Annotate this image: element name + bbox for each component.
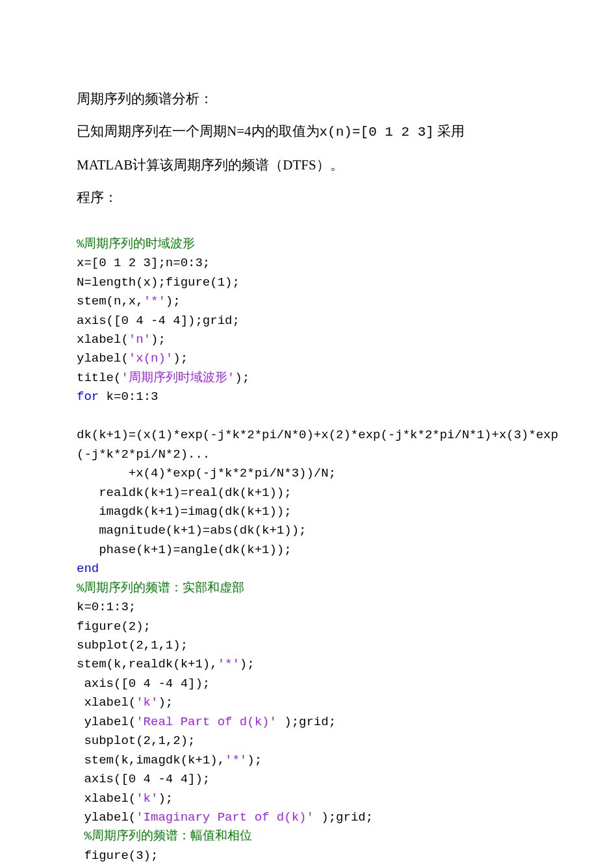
program-label: 程序： (77, 183, 537, 212)
code-line: (-j*k*2*pi/N*2)... (77, 447, 210, 462)
code-line: x=[0 1 2 3];n=0:3; (77, 256, 210, 270)
code-line: xlabel('k'); (77, 695, 173, 710)
code-line: magnitude(k+1)=abs(dk(k+1)); (77, 523, 306, 538)
code-line: figure(3); (77, 849, 158, 863)
code-line: title('周期序列时域波形'); (77, 371, 249, 385)
code-line: k=0:1:3; (77, 600, 136, 614)
code-line: imagdk(k+1)=imag(dk(k+1)); (77, 504, 292, 519)
document-page: 周期序列的频谱分析： 已知周期序列在一个周期N=4内的取值为x(n)=[0 1 … (0, 0, 614, 868)
code-line: ylabel('Real Part of d(k)' );grid; (77, 715, 336, 729)
code-line: phase(k+1)=angle(dk(k+1)); (77, 543, 292, 557)
code-keyword-end: end (77, 562, 99, 576)
problem-line-2: MATLAB计算该周期序列的频谱（DTFS）。 (77, 151, 537, 179)
code-line: xlabel('k'); (77, 791, 173, 806)
code-line: dk(k+1)=(x(1)*exp(-j*k*2*pi/N*0)+x(2)*ex… (77, 428, 558, 442)
code-line: axis([0 4 -4 4]); (77, 772, 210, 786)
code-comment: %周期序列的频谱：实部和虚部 (77, 581, 244, 595)
code-line: N=length(x);figure(1); (77, 275, 240, 290)
code-line: axis([0 4 -4 4]); (77, 676, 210, 691)
code-line: for k=0:1:3 (77, 390, 158, 404)
problem-line-1: 已知周期序列在一个周期N=4内的取值为x(n)=[0 1 2 3] 采用 (77, 117, 537, 147)
code-comment: %周期序列的频谱：幅值和相位 (77, 829, 252, 843)
code-line: subplot(2,1,2); (77, 734, 195, 748)
code-line: figure(2); (77, 619, 151, 634)
code-line: ylabel('x(n)'); (77, 351, 188, 366)
code-line: axis([0 4 -4 4]);grid; (77, 314, 240, 328)
code-comment: %周期序列的时域波形 (77, 237, 195, 251)
text-segment: 已知周期序列在一个周期N=4内的取值为 (77, 123, 320, 139)
code-line: stem(n,x,'*'); (77, 294, 181, 308)
text-segment: 采用 (434, 123, 465, 139)
inline-code: x(n)=[0 1 2 3] (320, 125, 434, 140)
code-block: %周期序列的时域波形 x=[0 1 2 3];n=0:3; N=length(x… (77, 216, 537, 868)
code-line: realdk(k+1)=real(dk(k+1)); (77, 486, 292, 500)
code-line: stem(k,realdk(k+1),'*'); (77, 657, 255, 671)
code-line: xlabel('n'); (77, 332, 166, 347)
code-line: ylabel('Imaginary Part of d(k)' );grid; (77, 810, 373, 825)
code-line: +x(4)*exp(-j*k*2*pi/N*3))/N; (77, 466, 336, 480)
code-line: stem(k,imagdk(k+1),'*'); (77, 753, 262, 767)
code-line: subplot(2,1,1); (77, 638, 188, 652)
heading-line: 周期序列的频谱分析： (77, 84, 537, 113)
